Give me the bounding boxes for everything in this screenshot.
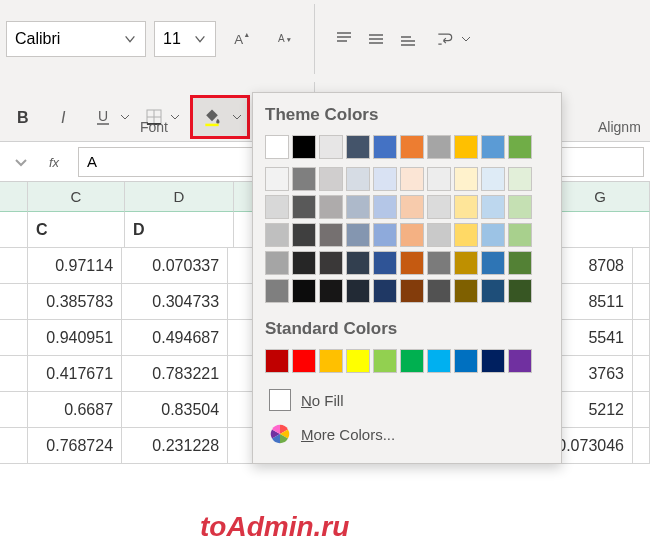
cell[interactable] [551,212,650,248]
color-swatch[interactable] [481,195,505,219]
color-swatch[interactable] [454,223,478,247]
cell[interactable]: 0.231228 [122,428,228,464]
decrease-font-button[interactable]: A▼ [266,22,300,56]
color-swatch[interactable] [454,349,478,373]
color-swatch[interactable] [400,251,424,275]
cell[interactable]: 0.417671 [28,356,123,392]
color-swatch[interactable] [481,279,505,303]
chevron-down-icon[interactable] [229,112,245,122]
italic-button[interactable]: I [48,100,82,134]
color-swatch[interactable] [265,279,289,303]
color-swatch[interactable] [400,279,424,303]
color-swatch[interactable] [373,251,397,275]
color-swatch[interactable] [373,195,397,219]
align-top-button[interactable] [329,24,359,54]
color-swatch[interactable] [292,167,316,191]
align-middle-button[interactable] [361,24,391,54]
align-bottom-button[interactable] [393,24,423,54]
color-swatch[interactable] [400,349,424,373]
color-swatch[interactable] [508,195,532,219]
cell[interactable]: 0.304733 [122,284,228,320]
cell[interactable] [633,356,650,392]
color-swatch[interactable] [454,279,478,303]
bold-button[interactable]: B [6,100,40,134]
font-name-select[interactable]: Calibri [6,21,146,57]
color-swatch[interactable] [508,251,532,275]
color-swatch[interactable] [508,223,532,247]
color-swatch[interactable] [427,279,451,303]
color-swatch[interactable] [292,349,316,373]
column-header[interactable]: G [551,182,650,212]
cell[interactable] [633,428,650,464]
color-swatch[interactable] [481,167,505,191]
color-swatch[interactable] [427,223,451,247]
color-swatch[interactable] [346,135,370,159]
color-swatch[interactable] [319,279,343,303]
wrap-text-button[interactable] [431,22,473,56]
cell[interactable] [633,284,650,320]
color-swatch[interactable] [265,251,289,275]
color-swatch[interactable] [346,167,370,191]
color-swatch[interactable] [346,223,370,247]
column-header[interactable]: C [28,182,125,212]
color-swatch[interactable] [481,349,505,373]
cell[interactable]: 0.783221 [122,356,228,392]
color-swatch[interactable] [292,223,316,247]
cell[interactable]: 0.385783 [28,284,123,320]
fill-color-button[interactable] [195,100,229,134]
column-header[interactable] [0,182,28,212]
color-swatch[interactable] [427,135,451,159]
color-swatch[interactable] [319,251,343,275]
color-swatch[interactable] [346,279,370,303]
color-swatch[interactable] [427,167,451,191]
color-swatch[interactable] [346,349,370,373]
color-swatch[interactable] [373,279,397,303]
cell[interactable]: C [28,212,125,248]
cell[interactable]: 0.97114 [28,248,123,284]
color-swatch[interactable] [508,279,532,303]
color-swatch[interactable] [265,195,289,219]
color-swatch[interactable] [292,251,316,275]
color-swatch[interactable] [400,135,424,159]
color-swatch[interactable] [373,167,397,191]
color-swatch[interactable] [454,251,478,275]
underline-button[interactable]: U [90,100,132,134]
cell[interactable]: 0.070337 [122,248,228,284]
color-swatch[interactable] [481,223,505,247]
column-header[interactable]: D [125,182,234,212]
color-swatch[interactable] [454,135,478,159]
no-fill-item[interactable]: No Fill [265,383,549,417]
color-swatch[interactable] [292,135,316,159]
color-swatch[interactable] [454,195,478,219]
color-swatch[interactable] [292,279,316,303]
color-swatch[interactable] [346,195,370,219]
color-swatch[interactable] [319,349,343,373]
cell[interactable]: D [125,212,234,248]
color-swatch[interactable] [373,349,397,373]
cell[interactable] [633,320,650,356]
color-swatch[interactable] [481,251,505,275]
color-swatch[interactable] [454,167,478,191]
color-swatch[interactable] [508,135,532,159]
cell[interactable]: 0.940951 [28,320,123,356]
color-swatch[interactable] [373,135,397,159]
cell[interactable]: 0.6687 [28,392,123,428]
color-swatch[interactable] [292,195,316,219]
color-swatch[interactable] [319,223,343,247]
increase-font-button[interactable]: A▲ [224,22,258,56]
cell[interactable]: 0.768724 [28,428,123,464]
color-swatch[interactable] [481,135,505,159]
cell[interactable] [633,392,650,428]
color-swatch[interactable] [265,223,289,247]
cell[interactable] [633,248,650,284]
color-swatch[interactable] [427,349,451,373]
cell[interactable]: 0.83504 [122,392,228,428]
color-swatch[interactable] [373,223,397,247]
color-swatch[interactable] [400,223,424,247]
color-swatch[interactable] [319,195,343,219]
color-swatch[interactable] [400,195,424,219]
color-swatch[interactable] [319,167,343,191]
color-swatch[interactable] [427,251,451,275]
color-swatch[interactable] [265,349,289,373]
font-size-select[interactable]: 11 [154,21,216,57]
